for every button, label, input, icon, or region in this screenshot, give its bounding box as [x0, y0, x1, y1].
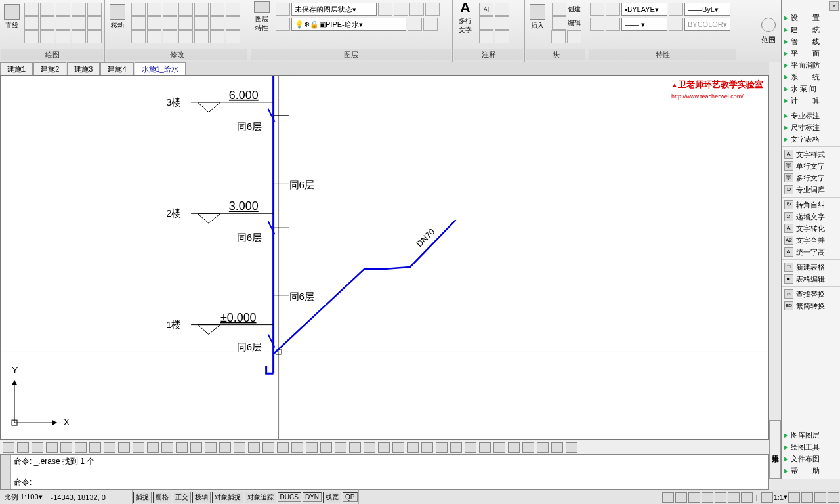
bottom-tool[interactable]	[161, 442, 173, 453]
bottom-tool[interactable]	[392, 442, 404, 453]
status-toggle[interactable]: 极轴	[192, 492, 211, 503]
color-combo[interactable]: ▪BYLAYE▾	[621, 3, 667, 16]
side-item[interactable]: ▶建 筑	[782, 24, 840, 35]
layer-combo[interactable]: 💡❄🔒▣ PIPE-给水 ▾	[291, 18, 406, 31]
status-icon[interactable]	[741, 492, 753, 503]
drawing-canvas[interactable]: ▲卫老师环艺教学实验室 http://www.teacherwei.com/ D…	[0, 75, 769, 440]
side-item[interactable]: B5繁简转换	[782, 300, 840, 312]
bottom-tool[interactable]	[364, 442, 375, 453]
bottom-tool[interactable]	[219, 442, 231, 453]
move-tool[interactable]: 移动	[106, 1, 129, 33]
layer-state-combo[interactable]: 未保存的图层状态▾	[291, 3, 377, 16]
status-icon[interactable]	[728, 492, 740, 503]
side-item[interactable]: A文字样式	[782, 148, 840, 160]
status-icon[interactable]	[788, 492, 800, 503]
scale-cell[interactable]: 比例 1:100 ▾	[0, 490, 47, 504]
bottom-tool[interactable]	[176, 442, 188, 453]
status-toggle[interactable]: DYN	[303, 492, 322, 502]
side-item[interactable]: ▶帮 助	[782, 465, 840, 476]
bottom-tool[interactable]	[118, 442, 130, 453]
status-toggle[interactable]: 对象追踪	[245, 492, 276, 503]
cmd-handle[interactable]	[1, 455, 11, 489]
cmd-input[interactable]: 命令:	[14, 477, 766, 488]
status-icon[interactable]	[662, 492, 674, 503]
bottom-tool[interactable]	[262, 442, 274, 453]
modify-tool[interactable]	[210, 3, 224, 16]
draw-tool[interactable]	[87, 3, 102, 16]
prop-tool[interactable]	[606, 18, 620, 31]
bottom-tool[interactable]	[465, 442, 476, 453]
annot-tool[interactable]	[479, 16, 494, 30]
bottom-tool[interactable]	[522, 442, 534, 453]
modify-tool[interactable]	[194, 16, 209, 30]
bottom-tool[interactable]	[306, 442, 318, 453]
draw-tool[interactable]	[72, 16, 86, 30]
status-toggle[interactable]: 捕捉	[133, 492, 152, 503]
block-tool[interactable]	[567, 30, 581, 43]
prop-tool[interactable]	[669, 3, 683, 16]
doc-tab[interactable]: 水施1_给水	[135, 62, 186, 75]
layer-tool[interactable]	[276, 18, 290, 31]
bottom-tool[interactable]	[147, 442, 159, 453]
bottom-tool[interactable]	[291, 442, 303, 453]
bottom-tool[interactable]	[104, 442, 116, 453]
modify-tool[interactable]	[147, 16, 161, 30]
side-item[interactable]: ▶平面消防	[782, 59, 840, 71]
bottom-tool[interactable]	[60, 442, 72, 453]
status-toggle[interactable]: 正交	[173, 492, 191, 503]
layer-tool[interactable]	[410, 3, 424, 16]
bottom-tool[interactable]	[46, 442, 58, 453]
bottom-tool[interactable]	[566, 442, 578, 453]
status-icon[interactable]	[688, 492, 700, 503]
line-tool[interactable]: 直线	[1, 1, 22, 33]
bottom-tool[interactable]	[436, 442, 448, 453]
draw-tool[interactable]	[87, 16, 102, 30]
side-item[interactable]: A文字转化	[782, 222, 840, 234]
modify-tool[interactable]	[147, 30, 161, 43]
layer-tool[interactable]	[276, 3, 290, 16]
status-toggle[interactable]: QP	[343, 492, 357, 502]
side-item[interactable]: ▶尺寸标注	[782, 121, 840, 133]
status-icon[interactable]	[814, 492, 826, 503]
side-item[interactable]: 字单行文字	[782, 160, 840, 172]
bottom-tool[interactable]	[190, 442, 202, 453]
side-item[interactable]: ▶平 面	[782, 47, 840, 59]
draw-tool[interactable]	[24, 30, 39, 43]
bottom-tool[interactable]	[421, 442, 433, 453]
create-block[interactable]	[552, 3, 566, 16]
side-item[interactable]: ▶水 泵 间	[782, 83, 840, 94]
side-item[interactable]: ▶文件布图	[782, 453, 840, 465]
prop-tool[interactable]	[590, 3, 604, 16]
layer-props-tool[interactable]: 图层 特性	[251, 1, 273, 33]
modify-tool[interactable]	[210, 30, 224, 43]
side-item[interactable]: ⌕查找替换	[782, 288, 840, 300]
side-item[interactable]: 2递增文字	[782, 211, 840, 222]
annot-tool[interactable]	[495, 30, 509, 43]
bottom-tool[interactable]	[479, 442, 491, 453]
side-item[interactable]: ▶设 置	[782, 12, 840, 24]
bottom-tool[interactable]	[378, 442, 390, 453]
edit-block[interactable]	[552, 16, 566, 30]
side-item[interactable]: Q专业词库	[782, 184, 840, 196]
modify-tool[interactable]	[147, 3, 161, 16]
modify-tool[interactable]	[178, 3, 193, 16]
modify-tool[interactable]	[178, 30, 193, 43]
lweight-combo[interactable]: —— ▾	[621, 18, 667, 31]
side-item[interactable]: ▶计 算	[782, 94, 840, 106]
draw-tool[interactable]	[72, 30, 86, 43]
block-tool[interactable]	[551, 30, 566, 43]
draw-tool[interactable]	[40, 30, 54, 43]
side-item[interactable]: ▶图库图层	[782, 429, 840, 441]
doc-tab[interactable]: 建施1	[0, 62, 33, 75]
doc-tab[interactable]: 建施2	[33, 62, 66, 75]
bottom-tool[interactable]	[234, 442, 245, 453]
side-close-icon[interactable]: ×	[830, 1, 839, 10]
draw-tool[interactable]	[72, 3, 86, 16]
bottom-tool[interactable]	[205, 442, 217, 453]
modify-tool[interactable]	[131, 3, 146, 16]
draw-tool[interactable]	[24, 3, 39, 16]
status-icon[interactable]	[828, 492, 839, 503]
status-toggle[interactable]: 栅格	[153, 492, 171, 503]
doc-tab[interactable]: 建施3	[67, 62, 100, 75]
status-icon[interactable]	[675, 492, 687, 503]
